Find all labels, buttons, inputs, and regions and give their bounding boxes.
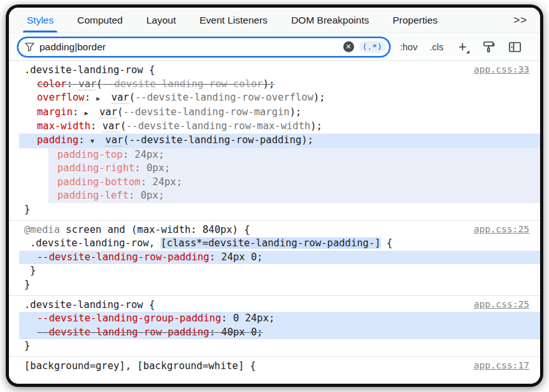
css-punctuation: { xyxy=(381,237,393,249)
plus-menu-corner-icon xyxy=(466,50,469,53)
css-selector: .devsite-landing-row xyxy=(24,299,143,311)
css-declaration-line[interactable]: padding-right: 0px; xyxy=(9,162,540,176)
css-declaration-line[interactable]: padding-left: 0px; xyxy=(9,189,540,203)
css-punctuation xyxy=(99,134,105,146)
style-rule-section: app.css:25.devsite-landing-row {--devsit… xyxy=(9,296,540,357)
css-punctuation: ( xyxy=(123,134,129,146)
css-var-name: --devsite-landing-row-padding xyxy=(129,134,302,146)
css-selector-line[interactable]: .devsite-landing-row { xyxy=(9,64,540,78)
css-punctuation: : xyxy=(85,92,97,103)
css-var-function: var xyxy=(105,134,123,146)
css-property-name: overflow xyxy=(37,92,85,103)
css-longhand-property-name: padding-right xyxy=(57,162,134,174)
stylesheet-source-link[interactable]: app.css:25 xyxy=(474,299,529,309)
css-declaration-line[interactable]: margin: ▶ var(--devsite-landing-row-marg… xyxy=(9,106,540,120)
css-longhand-property-name: padding-bottom xyxy=(57,176,141,188)
css-var-function: var xyxy=(111,92,129,104)
clear-filter-icon[interactable]: ✕ xyxy=(343,41,354,52)
toolbar-actions: :hov .cls + xyxy=(400,40,522,54)
styles-rule-list: app.css:33.devsite-landing-row {color: v… xyxy=(9,61,540,384)
plus-icon: + xyxy=(459,40,467,54)
css-var-name: --devsite-landing-row-overflow xyxy=(135,92,313,103)
css-value: 40px 0; xyxy=(221,326,262,338)
element-classes-button[interactable]: .cls xyxy=(429,42,443,52)
css-selector-line[interactable]: .devsite-landing-row { xyxy=(9,298,540,312)
tab-layout[interactable]: Layout xyxy=(145,8,178,32)
css-brace-line: } xyxy=(9,203,540,217)
css-longhand-value: : 24px; xyxy=(141,176,182,188)
css-selector: [background=grey], [background=white] xyxy=(24,360,244,372)
css-value: 0 24px; xyxy=(233,312,274,324)
expand-arrow-icon[interactable]: ▼ xyxy=(90,134,99,148)
css-punctuation: ); xyxy=(290,106,302,118)
devtools-styles-panel: StylesComputedLayoutEvent ListenersDOM B… xyxy=(9,8,540,384)
more-tabs-icon[interactable]: >> xyxy=(510,13,531,28)
stylesheet-source-link[interactable]: app.css:17 xyxy=(474,360,529,370)
css-punctuation xyxy=(94,106,99,118)
css-value: 24px 0; xyxy=(221,251,262,263)
tab-properties[interactable]: Properties xyxy=(391,8,439,32)
style-rule-section: app.css:25@media screen and (max-width: … xyxy=(9,221,540,296)
css-punctuation: : xyxy=(221,312,233,324)
css-declaration-line[interactable]: padding-top: 24px; xyxy=(9,148,540,162)
new-style-rule-button[interactable]: + xyxy=(455,40,469,54)
css-punctuation: { xyxy=(143,64,155,76)
css-punctuation: { xyxy=(244,360,256,372)
css-punctuation xyxy=(155,237,160,249)
css-var-name: --devsite-landing-row-color xyxy=(103,78,263,90)
css-property-name: color xyxy=(37,78,67,90)
css-selector-line[interactable]: [background=grey], [background=white] { xyxy=(9,360,540,374)
css-punctuation: screen and (max-width: 840px) { xyxy=(60,224,250,235)
tab-styles[interactable]: Styles xyxy=(25,8,55,32)
css-punctuation: } xyxy=(24,340,30,351)
css-declaration-line[interactable]: --devsite-landing-row-padding: 40px 0; xyxy=(9,326,540,340)
css-property-name: margin xyxy=(37,106,73,118)
stylesheet-source-link[interactable]: app.css:25 xyxy=(474,224,529,234)
css-selector-match: [class*=devsite-landing-row-padding-] xyxy=(160,237,380,249)
stylesheet-source-link[interactable]: app.css:33 xyxy=(474,64,529,74)
css-brace-line: } xyxy=(9,278,540,292)
css-selector-line[interactable]: @media screen and (max-width: 840px) { xyxy=(9,223,540,237)
css-longhand-value: : 0px; xyxy=(134,162,170,174)
css-punctuation: : xyxy=(90,120,103,132)
css-punctuation: ( xyxy=(96,78,102,90)
css-var-function: var xyxy=(99,106,117,118)
css-punctuation: ); xyxy=(313,92,325,103)
css-longhand-value: : 24px; xyxy=(123,149,164,160)
css-punctuation: : xyxy=(78,134,90,146)
rendering-emulation-icon[interactable] xyxy=(481,40,496,54)
style-filter-input[interactable] xyxy=(39,41,343,53)
dock-side-toggle-icon[interactable] xyxy=(508,40,522,54)
css-declaration-line[interactable]: --devsite-landing-group-padding: 0 24px; xyxy=(9,312,540,326)
expand-arrow-icon[interactable]: ▶ xyxy=(85,106,94,120)
css-var-function: var xyxy=(78,78,96,90)
css-declaration-line[interactable]: --devsite-landing-row-padding: 24px 0; xyxy=(9,251,540,265)
css-punctuation: ( xyxy=(129,92,135,103)
toggle-element-state-button[interactable]: :hov xyxy=(400,42,417,52)
style-rule-section: app.css:17[background=grey], [background… xyxy=(9,357,540,374)
regex-toggle[interactable]: (.*) xyxy=(359,41,385,53)
css-declaration-line[interactable]: padding: ▼ var(--devsite-landing-row-pad… xyxy=(9,134,540,148)
tab-event-listeners[interactable]: Event Listeners xyxy=(198,8,269,32)
css-var-name: --devsite-landing-row-max-width xyxy=(126,120,310,132)
tab-dom-breakpoints[interactable]: DOM Breakpoints xyxy=(290,8,370,32)
css-punctuation: : xyxy=(210,251,222,263)
css-declaration-line[interactable]: overflow: ▶ var(--devsite-landing-row-ov… xyxy=(9,91,540,106)
css-punctuation: ); xyxy=(310,120,322,132)
css-punctuation: : xyxy=(210,326,222,338)
css-punctuation: } xyxy=(24,204,30,215)
css-punctuation: : xyxy=(67,78,79,90)
expand-arrow-icon[interactable]: ▶ xyxy=(96,92,105,106)
styles-toolbar: ✕ (.*) :hov .cls + xyxy=(9,33,540,61)
css-punctuation: { xyxy=(143,299,155,311)
css-punctuation: } xyxy=(24,279,30,290)
css-selector-line[interactable]: .devsite-landing-row, [class*=devsite-la… xyxy=(9,237,540,251)
css-punctuation: : xyxy=(73,106,85,118)
filter-box: ✕ (.*) xyxy=(18,38,390,57)
css-property-name: --devsite-landing-group-padding xyxy=(37,312,221,324)
css-declaration-line[interactable]: color: var(--devsite-landing-row-color); xyxy=(9,78,540,92)
css-declaration-line[interactable]: max-width: var(--devsite-landing-row-max… xyxy=(9,120,540,134)
css-punctuation: ( xyxy=(120,120,126,132)
css-declaration-line[interactable]: padding-bottom: 24px; xyxy=(9,176,540,190)
tab-computed[interactable]: Computed xyxy=(76,8,124,32)
